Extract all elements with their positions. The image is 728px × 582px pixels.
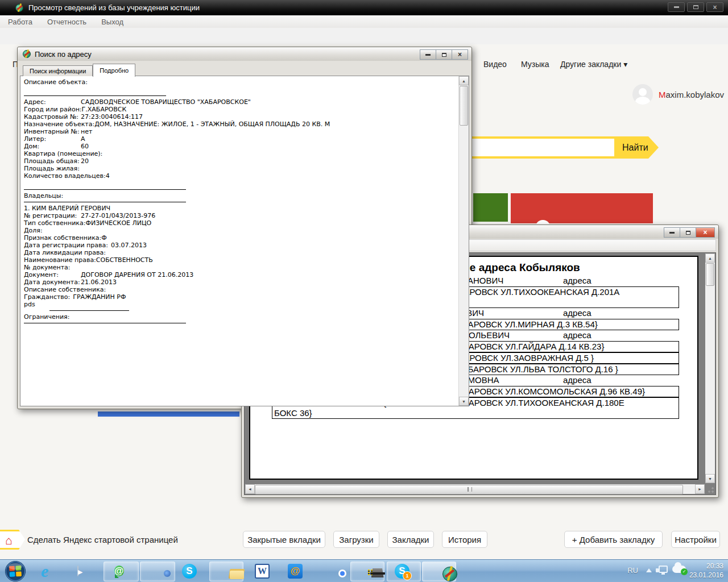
detail-line: Доля: — [24, 227, 455, 234]
detail-line: Площадь жилая: — [24, 165, 455, 172]
scroll-thumb[interactable] — [460, 86, 468, 126]
scroll-left-button[interactable]: ◄ — [245, 484, 255, 494]
menu-item-rabota[interactable]: Работа — [8, 18, 32, 26]
close-button[interactable]: × — [706, 2, 723, 12]
divider-line — [24, 189, 186, 190]
scroll-right-button[interactable]: ► — [695, 484, 705, 494]
detail-line: pds — [24, 301, 455, 308]
home-icon: ⌂ — [5, 534, 13, 547]
details-panel: Описание объекта: Адрес:САДОВОДЧЕСКОЕ ТО… — [20, 76, 469, 406]
detail-line: Владельцы: — [24, 192, 455, 199]
divider-line — [24, 202, 186, 202]
minimize-button[interactable] — [664, 227, 680, 238]
main-window-titlebar: Просмотр сведений из базы учреждения юст… — [0, 0, 728, 15]
history-button[interactable]: История — [442, 531, 487, 548]
skype-icon[interactable]: S — [182, 564, 197, 579]
detail-line: Дата регистрации права:03.07.2013 — [24, 242, 455, 249]
app-icon — [15, 3, 24, 13]
search-window-controls: × — [420, 49, 468, 60]
scroll-up-button[interactable]: ▲ — [705, 253, 715, 263]
internet-explorer-icon[interactable]: e — [41, 564, 56, 579]
mailru-agent-icon[interactable]: @ — [114, 566, 124, 576]
network-icon[interactable] — [659, 566, 668, 573]
report-window-controls: × — [664, 227, 715, 238]
blank-line — [24, 86, 455, 93]
search-button[interactable]: Найти — [614, 136, 659, 159]
tray-date: 23.01.2016 — [689, 571, 723, 580]
tab-search-info[interactable]: Поиск информации — [23, 65, 93, 76]
media-player-icon[interactable] — [77, 566, 78, 576]
restore-button[interactable] — [680, 227, 696, 238]
divider-line — [24, 95, 166, 96]
detail-line: Тип собственника:ФИЗИЧЕСКОЕ ЛИЦО — [24, 219, 455, 227]
detail-line: Адрес:САДОВОДЧЕСКОЕ ТОВАРИЩЕСТВО "ХАБАРО… — [24, 98, 455, 106]
cloud-sync-icon[interactable]: ✓ — [672, 566, 686, 573]
detail-line: Наименование права:СОБСТВЕННОСТЬ — [24, 256, 455, 264]
bookmark-other[interactable]: Другие закладки ▾ — [560, 60, 627, 69]
taskbar: e @ S W @ S1 RU ✓ 20:33 23.01.2016 — [0, 559, 728, 582]
red-tile[interactable] — [511, 193, 653, 223]
detail-line: Гражданство:ГРАЖДАНИН РФ — [24, 293, 455, 301]
search-window-titlebar[interactable]: Поиск по адресу — [18, 47, 471, 61]
detail-line: Количество владельцев:4 — [24, 172, 455, 180]
detail-line: Площадь общая:20 — [24, 157, 455, 165]
set-homepage-text[interactable]: Сделать Яндекс стартовой страницей — [27, 535, 178, 544]
bookmark-video[interactable]: Видео — [483, 60, 507, 69]
search-tabs: Поиск информации Подробно — [23, 63, 135, 76]
vertical-scrollbar[interactable]: ▲ ▼ — [705, 253, 715, 483]
scroll-down-button[interactable]: ▼ — [705, 474, 715, 483]
username[interactable]: Maxim.kobylakov — [659, 90, 724, 99]
detail-line: № регистрации:27-27-01/043/2013-976 — [24, 212, 455, 219]
detail-line: Инвентарный №:нет — [24, 128, 455, 135]
scroll-up-button[interactable]: ▲ — [459, 76, 469, 85]
start-button[interactable] — [5, 560, 26, 582]
detail-line: № документа: — [24, 264, 455, 271]
green-tile[interactable] — [473, 193, 508, 222]
detail-line: Город или район:Г.ХАБАРОВСК — [24, 106, 455, 113]
bookmark-music[interactable]: Музыка — [521, 60, 549, 69]
divider-line — [49, 310, 129, 311]
maximize-button[interactable] — [687, 2, 704, 12]
check-icon: ✓ — [681, 568, 688, 575]
close-button[interactable]: × — [696, 227, 715, 238]
detail-line: Назначение объекта:ДОМ, НАЗНАЧЕНИЕ: ЖИЛО… — [24, 120, 455, 128]
clock[interactable]: 20:33 23.01.2016 — [689, 562, 723, 580]
minimize-button[interactable] — [420, 49, 436, 60]
word-icon[interactable]: W — [255, 564, 270, 579]
scroll-thumb[interactable] — [255, 485, 683, 494]
desktop: Просмотр сведений из базы учреждения юст… — [0, 0, 728, 582]
scroll-down-button[interactable]: ▼ — [459, 397, 469, 406]
tray-expand-icon[interactable] — [646, 568, 652, 572]
add-bookmark-button[interactable]: + Добавить закладку — [564, 531, 663, 548]
detail-line: Документ:ДОГОВОР ДАРЕНИЯ ОТ 21.06.2013 — [24, 271, 455, 278]
skype-notification-icon[interactable]: S1 — [395, 564, 410, 579]
detail-line: Квартира (помещение): — [24, 150, 455, 157]
downloads-button[interactable]: Загрузки — [333, 531, 379, 548]
vertical-scrollbar[interactable]: ▲ ▼ — [458, 76, 469, 406]
main-window-controls: × — [668, 2, 723, 12]
object-details-text: Описание объекта: Адрес:САДОВОДЧЕСКОЕ ТО… — [24, 78, 455, 326]
menu-item-vyhod[interactable]: Выход — [101, 18, 123, 26]
settings-button[interactable]: Настройки — [671, 531, 720, 548]
bookmarks-button[interactable]: Закладки — [387, 531, 434, 548]
app-icon — [22, 49, 31, 59]
close-button[interactable]: × — [452, 49, 468, 60]
avatar[interactable] — [632, 84, 653, 105]
search-window: Поиск по адресу × Поиск информации Подро… — [17, 47, 472, 409]
divider-line — [24, 323, 186, 323]
minimize-button[interactable] — [668, 2, 685, 12]
detail-line: Описание собственника: — [24, 286, 455, 293]
addresses-label: адреса — [563, 276, 592, 285]
resize-grip[interactable] — [705, 484, 715, 494]
restore-button[interactable] — [436, 49, 452, 60]
scroll-thumb[interactable] — [706, 263, 714, 286]
menu-item-otchetnost[interactable]: Отчетность — [47, 18, 86, 26]
home-tag[interactable]: ⌂ — [0, 530, 25, 550]
blank-line — [24, 180, 455, 187]
horizontal-scrollbar[interactable]: ◄ ► — [245, 484, 705, 494]
detail-line: Дата документа:21.06.2013 — [24, 278, 455, 286]
closed-tabs-button[interactable]: Закрытые вкладки — [243, 531, 325, 548]
mailru-icon[interactable]: @ — [288, 564, 303, 579]
tab-details[interactable]: Подробно — [93, 64, 135, 77]
language-indicator[interactable]: RU — [627, 566, 638, 575]
